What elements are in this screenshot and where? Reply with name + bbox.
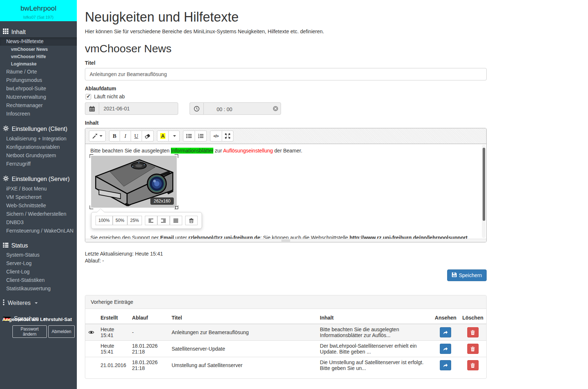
scrollbar-thumb[interactable] [483, 148, 485, 221]
cell-inhalt: Die Umstellung auf Satellitenserver ist … [317, 357, 432, 374]
sidebar-section-einstellungen-client: Einstellungen (Client) [0, 123, 77, 135]
resize-handle[interactable] [175, 206, 178, 209]
dropdown-label: Weiteres [8, 300, 31, 306]
resize-25-button[interactable]: 25% [127, 216, 142, 225]
chevron-down-icon [35, 302, 38, 304]
laeuft-nicht-ab-checkbox[interactable] [86, 94, 91, 99]
remove-image-button[interactable] [185, 216, 198, 225]
column-header-erstellt: Erstellt [98, 312, 129, 324]
sidebar-item-nutzerverwaltung[interactable]: Nutzerverwaltung [0, 93, 77, 101]
view-entry-button[interactable] [440, 360, 451, 370]
sidebar-item-infoscreen[interactable]: Infoscreen [0, 110, 77, 118]
projector-image[interactable]: 262x160 [91, 156, 177, 208]
sidebar-item-server-log[interactable]: Server-Log [0, 259, 77, 268]
sidebar-item-netboot-grundsystem[interactable]: Netboot Grundsystem [0, 151, 77, 160]
selection-handle[interactable] [90, 205, 93, 209]
sidebar: bwLehrpool lsfks07 (Sat 197) Inhalt News… [0, 0, 77, 389]
logged-in-as-label: Angemeldet als Lehrstuhl-Sat [2, 317, 75, 322]
bold-button[interactable]: B [109, 131, 120, 141]
font-color-dropdown[interactable] [169, 131, 180, 141]
float-right-button[interactable] [157, 216, 170, 225]
gear-icon [3, 125, 9, 133]
previous-entries-table: Erstellt Ablauf Titel Inhalt Ansehen Lös… [85, 312, 486, 373]
float-none-button[interactable] [170, 216, 182, 225]
sidebar-item-vm-speicherort[interactable]: VM Speicherort [0, 193, 77, 201]
chevron-down-icon [173, 135, 176, 137]
sidebar-item-lokalisierung[interactable]: Lokalisierung + Integration [0, 135, 77, 143]
cell-erstellt: Heute 15:41 [98, 324, 129, 341]
ordered-list-button[interactable] [195, 131, 207, 141]
code-view-button[interactable]: </> [210, 131, 222, 141]
sidebar-section-einstellungen-server: Einstellungen (Server) [0, 173, 77, 185]
selection-handle[interactable] [175, 154, 178, 158]
editor-resize-bar[interactable] [85, 239, 486, 242]
text-run: unter [174, 235, 188, 239]
sidebar-item-statistikauswertung[interactable]: Statistikauswertung [0, 284, 77, 293]
sidebar-item-ipxe-boot-menu[interactable]: iPXE / Boot Menu [0, 185, 77, 193]
selection-handle[interactable] [90, 154, 93, 158]
sidebar-section-inhalt: Inhalt [0, 26, 77, 37]
delete-entry-button[interactable] [467, 344, 479, 354]
drag-handle-icon [281, 240, 290, 242]
time-input[interactable] [203, 102, 281, 115]
wysiwyg-editor: B I U A </> Bitte beachten Sie die ausge… [85, 128, 487, 242]
sidebar-item-web-schnittstelle[interactable]: Web-Schnittstelle [0, 201, 77, 210]
sidebar-item-raeume-orte[interactable]: Räume / Orte [0, 68, 77, 76]
editor-content-area[interactable]: Bitte beachten Sie die ausgelegten Infor… [85, 144, 486, 239]
text-run: zur [213, 148, 223, 154]
unordered-list-button[interactable] [183, 131, 195, 141]
style-magic-button[interactable] [89, 131, 106, 141]
text-run: ; Sie können auch die Webschnittstelle [260, 235, 349, 239]
previous-entries-panel: Vorherige Einträge Erstellt Ablauf Titel… [85, 295, 487, 379]
font-color-button[interactable]: A [157, 131, 169, 141]
save-button[interactable]: Speichern [447, 269, 487, 281]
sidebar-item-sichern-wiederherstellen[interactable]: Sichern / Wiederherstellen [0, 210, 77, 218]
sidebar-item-vmchooser-hilfe[interactable]: vmChooser Hilfe [0, 53, 77, 60]
view-entry-button[interactable] [440, 344, 451, 354]
clock-icon [190, 102, 203, 115]
resize-50-button[interactable]: 50% [113, 216, 127, 225]
sidebar-item-client-log[interactable]: Client-Log [0, 268, 77, 276]
italic-button[interactable]: I [120, 131, 131, 141]
sidebar-item-loginmaske[interactable]: Loginmaske [0, 60, 77, 68]
resize-100-button[interactable]: 100% [95, 216, 113, 225]
sidebar-item-dnbd3[interactable]: DNBD3 [0, 218, 77, 227]
sidebar-section-label: Einstellungen (Server) [12, 176, 70, 182]
page-title: Neuigkeiten und Hilfetexte [85, 10, 490, 25]
editor-paragraph: Bitte beachten Sie die ausgelegten Infor… [90, 148, 481, 154]
delete-entry-button[interactable] [467, 327, 479, 337]
delete-entry-button[interactable] [467, 360, 479, 370]
image-size-badge: 262x160 [150, 197, 174, 205]
eraser-icon[interactable] [142, 131, 154, 141]
sidebar-item-fernsteuerung-wakeonlan[interactable]: Fernsteuerung / WakeOnLAN [0, 227, 77, 235]
sidebar-item-rechtemanager[interactable]: Rechtemanager [0, 101, 77, 110]
brand-header: bwLehrpool lsfks07 (Sat 197) [0, 0, 77, 21]
titel-input[interactable] [85, 68, 487, 80]
sidebar-item-vmchooser-news[interactable]: vmChooser News [0, 46, 77, 53]
sidebar-item-system-status[interactable]: System-Status [0, 251, 77, 259]
sidebar-item-fernzugriff[interactable]: Fernzugriff [0, 160, 77, 168]
clear-time-icon[interactable] [273, 106, 278, 112]
sidebar-item-client-statistiken[interactable]: Client-Statistiken [0, 276, 77, 284]
logout-button[interactable]: Abmelden [48, 325, 75, 338]
view-entry-button[interactable] [440, 327, 451, 337]
brand-title: bwLehrpool [0, 0, 77, 12]
fullscreen-button[interactable] [222, 131, 233, 141]
sidebar-item-news-hilfetexte[interactable]: News-/Hilfetexte [0, 37, 77, 46]
grid-icon [3, 29, 8, 35]
column-header-ablauf: Ablauf [129, 312, 169, 324]
sidebar-item-konfigurationsvariablen[interactable]: Konfigurationsvariablen [0, 143, 77, 151]
table-row: Heute 15:41 - Anleitungen zur Beameraufl… [85, 324, 486, 341]
date-input[interactable] [99, 102, 178, 115]
email-text: rzlehrpool@rz.uni-freiburg.de [188, 235, 260, 239]
column-header-ansehen: Ansehen [432, 312, 459, 324]
sidebar-item-bwlehrpool-suite[interactable]: bwLehrpool-Suite [0, 84, 77, 93]
sidebar-item-pruefungsmodus[interactable]: Prüfungsmodus [0, 76, 77, 84]
cell-ablauf: - [129, 324, 169, 341]
editor-scrollbar[interactable] [482, 145, 486, 238]
underline-button[interactable]: U [131, 131, 142, 141]
sidebar-dropdown-weiteres[interactable]: Weiteres [0, 297, 77, 309]
text-run: Bitte beachten Sie die ausgelegten [90, 148, 171, 154]
change-password-button[interactable]: Passwort ändern [12, 325, 47, 338]
float-left-button[interactable] [145, 216, 157, 225]
